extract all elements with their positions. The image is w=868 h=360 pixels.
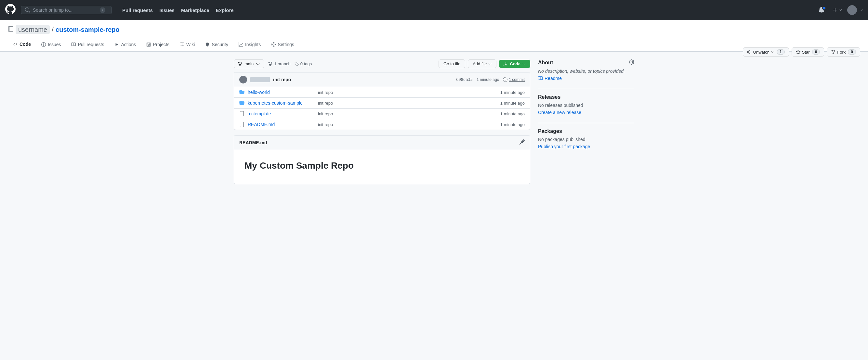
readme-header: README.md xyxy=(234,135,530,150)
pencil-icon xyxy=(520,139,525,144)
bell-icon xyxy=(818,7,825,13)
eye-icon xyxy=(747,50,752,54)
search-kbd: / xyxy=(100,7,105,13)
readme-box: README.md My Custom Sample Repo xyxy=(234,135,530,184)
issues-icon xyxy=(41,42,46,47)
code-icon xyxy=(13,42,18,46)
search-box[interactable]: / xyxy=(21,6,112,14)
github-logo[interactable] xyxy=(5,4,16,16)
star-icon xyxy=(796,50,800,54)
branch-count-text: 1 branch xyxy=(274,61,291,66)
commit-time: 1 minute ago xyxy=(476,77,499,82)
watch-count: 1 xyxy=(777,50,785,55)
star-button[interactable]: Star 0 xyxy=(792,47,825,57)
sidebar-toggle[interactable] xyxy=(8,26,14,33)
user-avatar[interactable] xyxy=(847,5,857,15)
create-button[interactable] xyxy=(830,6,845,14)
file-icon xyxy=(239,111,245,116)
readme-edit-button[interactable] xyxy=(520,139,525,146)
pull-request-icon xyxy=(71,42,76,47)
file-commit-msg: init repo xyxy=(313,111,500,116)
readme-link[interactable]: Readme xyxy=(538,76,634,81)
table-row: README.md init repo 1 minute ago xyxy=(234,119,530,130)
star-count: 0 xyxy=(812,50,820,55)
tab-projects[interactable]: Projects xyxy=(141,38,175,51)
tab-pull-requests[interactable]: Pull requests xyxy=(66,38,109,51)
tab-issues[interactable]: Issues xyxy=(36,38,66,51)
commit-author-placeholder xyxy=(250,77,270,82)
nav-pull-requests[interactable]: Pull requests xyxy=(120,5,155,15)
book-icon xyxy=(538,76,542,80)
tab-code[interactable]: Code xyxy=(8,38,36,51)
repo-header: username / custom-sample-repo Unwatch 1 … xyxy=(0,20,868,52)
branch-count-link[interactable]: 1 branch xyxy=(268,61,291,66)
projects-icon xyxy=(146,42,151,47)
table-row: .cctemplate init repo 1 minute ago xyxy=(234,108,530,119)
watch-chevron-icon xyxy=(771,51,774,54)
file-commit-msg: init repo xyxy=(313,90,500,95)
repo-name-link[interactable]: custom-sample-repo xyxy=(56,26,120,33)
file-name-link[interactable]: hello-world xyxy=(248,90,313,95)
commit-hash[interactable]: 698da35 xyxy=(456,77,473,82)
file-name-link[interactable]: README.md xyxy=(248,122,313,127)
nav-links: Pull requests Issues Marketplace Explore xyxy=(120,5,236,15)
top-nav: / Pull requests Issues Marketplace Explo… xyxy=(0,0,868,20)
create-release-link[interactable]: Create a new release xyxy=(538,110,634,115)
security-icon xyxy=(205,42,210,47)
tab-actions[interactable]: Actions xyxy=(109,38,141,51)
breadcrumb-separator: / xyxy=(52,25,54,34)
search-icon xyxy=(25,7,30,13)
fork-button[interactable]: Fork 0 xyxy=(827,47,860,57)
packages-title: Packages xyxy=(538,128,634,134)
readme-heading: My Custom Sample Repo xyxy=(245,161,520,171)
file-name-link[interactable]: kubernetes-custom-sample xyxy=(248,100,313,106)
commit-avatar xyxy=(239,76,247,84)
download-icon xyxy=(503,62,508,66)
publish-package-link[interactable]: Publish your first package xyxy=(538,144,634,149)
code-button[interactable]: Code xyxy=(499,60,531,68)
tab-settings[interactable]: Settings xyxy=(266,38,300,51)
watch-button[interactable]: Unwatch 1 xyxy=(743,47,789,57)
nav-issues[interactable]: Issues xyxy=(157,5,177,15)
table-row: hello-world init repo 1 minute ago xyxy=(234,87,530,98)
branch-left: main 1 branch 0 tags xyxy=(234,60,312,68)
nav-explore[interactable]: Explore xyxy=(213,5,236,15)
tab-wiki[interactable]: Wiki xyxy=(175,38,200,51)
file-table: init repo 698da35 1 minute ago 1 commit xyxy=(234,72,530,130)
commit-row: init repo 698da35 1 minute ago 1 commit xyxy=(234,72,530,87)
file-time: 1 minute ago xyxy=(500,90,525,95)
search-input[interactable] xyxy=(33,7,98,13)
repo-owner[interactable]: username xyxy=(16,25,50,34)
file-time: 1 minute ago xyxy=(500,111,525,116)
file-commit-msg: init repo xyxy=(313,101,500,106)
file-name-link[interactable]: .cctemplate xyxy=(248,111,313,116)
plus-icon xyxy=(833,7,838,13)
about-section: About No description, website, or topics… xyxy=(538,60,634,81)
tab-insights[interactable]: Insights xyxy=(234,38,266,51)
branch-selector[interactable]: main xyxy=(234,60,264,68)
repo-main: main 1 branch 0 tags xyxy=(234,60,530,184)
tab-security[interactable]: Security xyxy=(200,38,234,51)
commit-meta: 698da35 1 minute ago 1 commit xyxy=(456,77,525,82)
code-chevron-icon xyxy=(522,62,526,66)
about-gear-icon[interactable] xyxy=(629,60,634,66)
about-title: About xyxy=(538,60,634,66)
tags-count-link[interactable]: 0 tags xyxy=(294,61,312,66)
fork-count: 0 xyxy=(848,50,856,55)
notifications-button[interactable] xyxy=(816,5,827,14)
nav-marketplace[interactable]: Marketplace xyxy=(179,5,212,15)
branch-bar: main 1 branch 0 tags xyxy=(234,60,530,68)
settings-icon xyxy=(271,42,276,47)
branch-icon xyxy=(238,62,243,66)
commit-history-link[interactable]: 1 commit xyxy=(503,77,525,82)
chevron-down-icon xyxy=(839,8,842,12)
commit-message[interactable]: init repo xyxy=(273,77,291,82)
avatar-chevron-icon xyxy=(860,8,863,12)
add-file-button[interactable]: Add file xyxy=(468,60,496,68)
go-to-file-button[interactable]: Go to file xyxy=(439,60,465,68)
about-description: No description, website, or topics provi… xyxy=(538,69,634,74)
readme-label: Readme xyxy=(545,76,562,81)
packages-empty: No packages published xyxy=(538,137,634,142)
branch-count-icon xyxy=(268,62,273,66)
releases-title: Releases xyxy=(538,94,634,100)
